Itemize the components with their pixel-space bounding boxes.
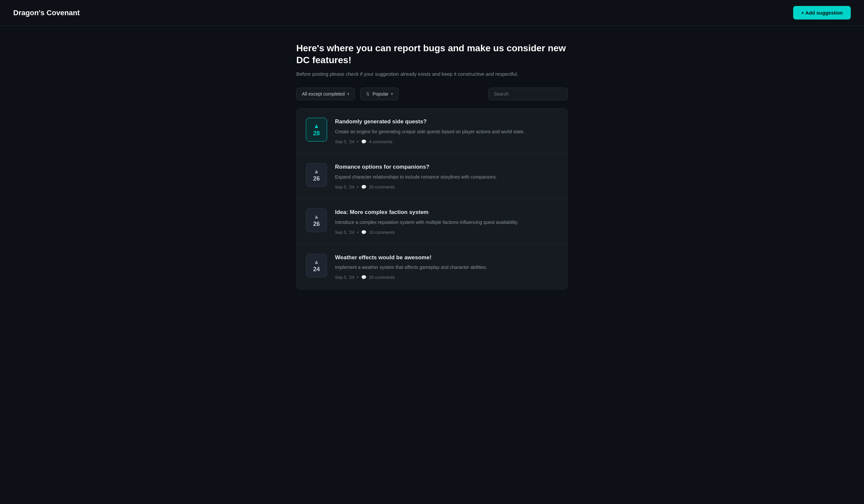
sort-icon: ⇅ (366, 91, 370, 97)
suggestions-list: ▲ 28 Randomly generated side quests? Cre… (296, 108, 568, 290)
comments-count: 4 comments (369, 139, 393, 144)
hero-title: Here's where you can report bugs and mak… (296, 42, 568, 66)
meta-separator: • (357, 230, 359, 235)
app-title: Dragon's Covenant (13, 9, 80, 17)
comment-icon: 💬 (361, 185, 367, 189)
suggestion-description: Implement a weather system that affects … (335, 264, 558, 271)
upvote-arrow-icon: ▲ (313, 259, 320, 265)
comment-icon: 💬 (361, 230, 367, 235)
chevron-down-icon: ▾ (347, 91, 349, 96)
suggestion-date: Sep 5, '24 (335, 185, 354, 189)
status-filter-dropdown[interactable]: All except completed ▾ (296, 88, 355, 100)
chevron-down-icon-sort: ▾ (391, 91, 393, 96)
suggestion-date: Sep 5, '24 (335, 139, 354, 144)
suggestion-description: Create an engine for generating unique s… (335, 128, 558, 135)
suggestion-meta: Sep 5, '24 • 💬 20 comments (335, 275, 558, 280)
comment-icon: 💬 (361, 275, 367, 280)
main-content: All except completed ▾ ⇅ Popular ▾ ▲ 28 … (283, 88, 581, 303)
filters-row: All except completed ▾ ⇅ Popular ▾ (296, 88, 568, 100)
list-item[interactable]: ▲ 26 Romance options for companions? Exp… (297, 154, 567, 199)
suggestion-description: Expand character relationships to includ… (335, 174, 558, 181)
search-box (488, 88, 568, 100)
suggestion-content: Idea: More complex faction system Introd… (335, 208, 558, 235)
header: Dragon's Covenant + Add suggestion (0, 0, 864, 26)
suggestion-meta: Sep 5, '24 • 💬 20 comments (335, 185, 558, 189)
vote-count: 24 (313, 266, 320, 272)
comments-count: 20 comments (369, 275, 395, 280)
upvote-arrow-icon: ▲ (313, 214, 320, 220)
vote-box[interactable]: ▲ 24 (306, 254, 327, 278)
list-item[interactable]: ▲ 28 Randomly generated side quests? Cre… (297, 109, 567, 154)
list-item[interactable]: ▲ 24 Weather effects would be awesome! I… (297, 244, 567, 290)
vote-box[interactable]: ▲ 26 (306, 163, 327, 187)
suggestion-content: Randomly generated side quests? Create a… (335, 118, 558, 144)
suggestion-date: Sep 5, '24 (335, 275, 354, 280)
hero-section: Here's where you can report bugs and mak… (283, 26, 581, 88)
suggestion-title: Randomly generated side quests? (335, 118, 558, 126)
meta-separator: • (357, 185, 359, 189)
status-filter-label: All except completed (302, 91, 345, 97)
hero-subtitle: Before posting please check if your sugg… (296, 71, 568, 78)
comment-icon: 💬 (361, 139, 367, 144)
vote-box[interactable]: ▲ 26 (306, 208, 327, 232)
suggestion-title: Weather effects would be awesome! (335, 254, 558, 261)
suggestion-content: Weather effects would be awesome! Implem… (335, 254, 558, 280)
add-suggestion-button[interactable]: + Add suggestion (793, 6, 851, 20)
sort-filter-label: Popular (372, 91, 388, 97)
upvote-arrow-icon: ▲ (313, 123, 320, 129)
suggestion-meta: Sep 5, '24 • 💬 4 comments (335, 139, 558, 144)
vote-count: 26 (313, 176, 320, 182)
comments-count: 10 comments (369, 230, 395, 235)
suggestion-description: Introduce a complex reputation system wi… (335, 219, 558, 226)
vote-box[interactable]: ▲ 28 (306, 118, 327, 142)
vote-count: 28 (313, 130, 320, 136)
meta-separator: • (357, 139, 359, 144)
suggestion-title: Romance options for companions? (335, 163, 558, 171)
suggestion-date: Sep 5, '24 (335, 230, 354, 235)
suggestion-meta: Sep 5, '24 • 💬 10 comments (335, 230, 558, 235)
suggestion-content: Romance options for companions? Expand c… (335, 163, 558, 189)
search-input[interactable] (488, 88, 568, 100)
sort-filter-dropdown[interactable]: ⇅ Popular ▾ (360, 88, 398, 100)
comments-count: 20 comments (369, 185, 395, 189)
meta-separator: • (357, 275, 359, 280)
list-item[interactable]: ▲ 26 Idea: More complex faction system I… (297, 199, 567, 244)
suggestion-title: Idea: More complex faction system (335, 208, 558, 216)
upvote-arrow-icon: ▲ (313, 168, 320, 174)
vote-count: 26 (313, 221, 320, 227)
